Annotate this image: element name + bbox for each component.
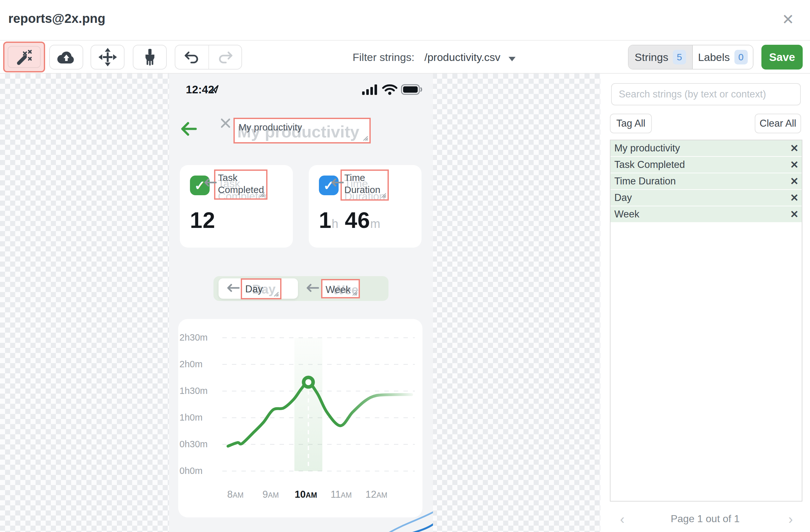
tag-all-button[interactable]: Tag All	[610, 114, 652, 133]
undo-redo-group	[175, 45, 242, 69]
tag-anchor-arrow-icon	[226, 283, 240, 293]
tasks-value: 12	[190, 207, 215, 233]
time-hours: 1	[319, 208, 331, 233]
string-remove-icon[interactable]: ✕	[790, 157, 798, 173]
time-duration-card: ✓ Time Duration Time Duration 1h 46m	[309, 165, 422, 248]
undo-button[interactable]	[175, 45, 208, 69]
clean-button[interactable]	[133, 45, 167, 69]
tab-labels[interactable]: Labels 0	[693, 45, 753, 69]
filter-strings-label: Filter strings:	[353, 51, 415, 64]
redo-button[interactable]	[208, 45, 241, 69]
x-tick-label: 12AM	[354, 489, 399, 500]
clear-all-button[interactable]: Clear All	[755, 114, 801, 133]
tab-strings[interactable]: Strings 5	[629, 45, 693, 69]
tag-remove-x-icon[interactable]	[219, 117, 232, 130]
string-row[interactable]: Task Completed✕	[611, 157, 802, 173]
time-hours-unit: h	[331, 217, 338, 230]
tag-text: Day	[245, 283, 263, 295]
task-completed-card: ✓ Task Completed Task Completed 12	[180, 165, 293, 248]
string-tagging-editor: reports@2x.png ✕	[0, 0, 810, 532]
string-remove-icon[interactable]: ✕	[790, 190, 798, 206]
resize-handle-icon[interactable]	[363, 135, 369, 141]
brush-icon	[142, 48, 158, 66]
time-minutes-unit: m	[370, 217, 380, 230]
search-input[interactable]	[611, 83, 801, 105]
wifi-icon	[382, 84, 398, 95]
y-tick-label: 2h0m	[179, 359, 218, 369]
location-arrow-icon	[210, 84, 219, 94]
selected-hour-band	[294, 338, 322, 471]
tag-box-task-completed[interactable]: Task Completed Task Completed	[214, 169, 268, 200]
chevron-down-icon	[508, 57, 516, 61]
tag-box-nav-title[interactable]: My productivity My productivity	[233, 118, 371, 144]
string-text: Day	[611, 192, 632, 203]
move-icon	[98, 48, 117, 66]
status-bar-icons	[361, 84, 423, 95]
file-title: reports@2x.png	[8, 12, 106, 26]
filter-file-value: /productivity.csv	[424, 51, 500, 64]
resize-handle-icon[interactable]	[260, 192, 265, 197]
auto-tag-button[interactable]	[3, 41, 45, 72]
modal-header: reports@2x.png ✕	[0, 0, 810, 40]
tab-strings-label: Strings	[635, 51, 668, 64]
string-row[interactable]: Time Duration✕	[611, 173, 802, 189]
y-tick-label: 0h0m	[179, 466, 218, 476]
tag-text: Time Duration	[344, 172, 388, 196]
string-remove-icon[interactable]: ✕	[790, 173, 798, 189]
redo-icon	[217, 50, 233, 64]
y-tick-label: 1h0m	[179, 412, 218, 423]
tag-text: Week	[326, 284, 351, 296]
resize-handle-icon[interactable]	[274, 292, 279, 297]
selected-point-marker[interactable]	[304, 378, 313, 387]
string-row[interactable]: Day✕	[611, 190, 802, 206]
strings-count-badge: 5	[673, 50, 686, 64]
string-remove-icon[interactable]: ✕	[790, 206, 798, 222]
back-arrow-icon	[180, 121, 198, 137]
string-text: Task Completed	[611, 159, 685, 170]
move-button[interactable]	[91, 45, 125, 69]
y-tick-label: 2h30m	[179, 332, 218, 343]
tag-box-week[interactable]: Week Week	[321, 279, 360, 298]
filter-file-dropdown[interactable]: /productivity.csv	[424, 51, 516, 64]
tag-anchor-arrow-icon	[305, 283, 319, 293]
tab-labels-label: Labels	[698, 51, 730, 64]
string-row[interactable]: Week✕	[611, 206, 802, 222]
next-page-icon[interactable]: ›	[789, 512, 793, 527]
productivity-chart-card: 0h0m0h30m1h0m1h30m2h0m2h30m 8AM9AM10AM11…	[178, 319, 422, 517]
y-tick-label: 1h30m	[179, 386, 218, 396]
tag-anchor-arrow-icon	[202, 178, 217, 187]
close-icon[interactable]: ✕	[782, 11, 794, 28]
strings-list-panel: My productivity✕Task Completed✕Time Dura…	[610, 140, 803, 501]
phone-screenshot: 12:42	[169, 73, 433, 532]
labels-count-badge: 0	[734, 50, 748, 64]
battery-icon	[401, 84, 423, 95]
cloud-upload-icon	[56, 50, 77, 65]
tag-box-time-duration[interactable]: Time Duration Time Duration	[341, 169, 389, 201]
string-text: Time Duration	[611, 176, 676, 187]
image-canvas[interactable]: 12:42	[0, 73, 600, 532]
string-text: My productivity	[611, 143, 680, 154]
cellular-signal-icon	[361, 84, 379, 95]
tag-box-day[interactable]: Day Day	[241, 278, 281, 299]
strings-labels-tabs: Strings 5 Labels 0	[628, 45, 754, 69]
time-value: 1h 46m	[319, 207, 380, 233]
strings-sidebar: Tag All Clear All My productivity✕Task C…	[600, 73, 810, 532]
time-minutes: 46	[345, 208, 370, 233]
undo-icon	[183, 50, 200, 64]
tag-anchor-arrow-icon	[330, 178, 344, 187]
tag-text: Task Completed	[218, 172, 266, 196]
resize-handle-icon[interactable]	[381, 193, 387, 198]
tag-text: My productivity	[239, 122, 302, 133]
pagination: ‹ Page 1 out of 1 ›	[600, 511, 810, 526]
resize-handle-icon[interactable]	[352, 290, 358, 296]
save-button[interactable]: Save	[761, 45, 803, 69]
page-indicator: Page 1 out of 1	[600, 513, 810, 525]
y-tick-label: 0h30m	[179, 439, 218, 449]
string-remove-icon[interactable]: ✕	[790, 140, 798, 156]
string-text: Week	[611, 209, 639, 220]
string-row[interactable]: My productivity✕	[611, 140, 802, 156]
editor-toolbar: Filter strings: /productivity.csv String…	[0, 41, 810, 73]
auto-tag-button-inner	[7, 46, 40, 68]
upload-button[interactable]	[49, 45, 83, 69]
